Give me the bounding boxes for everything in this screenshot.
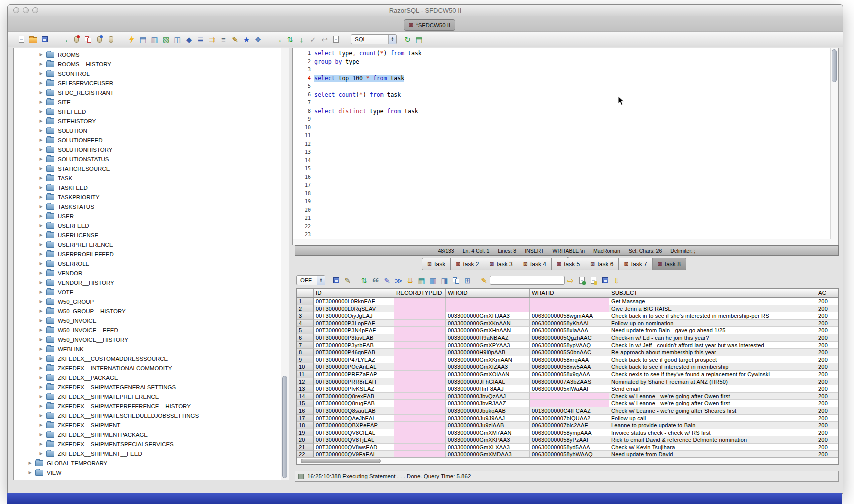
expand-arrow-icon[interactable]: ▶ bbox=[38, 110, 44, 114]
table-cell[interactable] bbox=[394, 306, 446, 313]
table-cell[interactable]: 200 bbox=[816, 378, 838, 386]
table-cell[interactable]: 200 bbox=[816, 444, 838, 452]
results-tab-task-3[interactable]: ⊠task 3 bbox=[484, 258, 518, 270]
table-editor-icon[interactable]: ❖ bbox=[252, 34, 264, 46]
table-cell[interactable]: 006300000058xrqAAA bbox=[530, 356, 610, 364]
table-cell[interactable]: 0033000000GmXKnAAN bbox=[446, 320, 530, 328]
expand-arrow-icon[interactable]: ▶ bbox=[38, 176, 44, 180]
row-number-cell[interactable]: 13 bbox=[297, 386, 314, 393]
table-cell[interactable]: 0033000000Ju9J9AAJ bbox=[446, 415, 530, 422]
go-icon[interactable]: → bbox=[273, 34, 284, 46]
column-header-WHATID[interactable]: WHATID bbox=[530, 289, 610, 298]
download-icon[interactable]: ⇩ bbox=[611, 274, 622, 286]
backup-icon[interactable]: ◆ bbox=[184, 34, 195, 46]
close-tab-icon[interactable]: ⊠ bbox=[490, 262, 494, 267]
column-header-AC[interactable]: AC bbox=[816, 289, 838, 298]
results-tab-task-4[interactable]: ⊠task 4 bbox=[518, 258, 552, 270]
expand-arrow-icon[interactable]: ▶ bbox=[38, 394, 44, 399]
table-cell[interactable]: 006300000058xw5AAA bbox=[530, 364, 610, 371]
tree-item-zkfedex-shipment[interactable]: ▶ZKFEDEX__SHIPMENT bbox=[14, 420, 281, 430]
compare-icon[interactable]: ⇅ bbox=[284, 34, 296, 46]
table-cell[interactable] bbox=[394, 371, 446, 378]
table-cell[interactable] bbox=[394, 444, 446, 452]
table-cell[interactable]: 006300000058ypVAAQ bbox=[530, 342, 610, 350]
row-number-cell[interactable]: 17 bbox=[297, 415, 314, 422]
close-tab-icon[interactable]: ⊠ bbox=[557, 262, 562, 267]
describe-table-icon[interactable]: ▤ bbox=[138, 34, 149, 46]
table-cell[interactable]: 0013000000C4fFCAAZ bbox=[530, 408, 610, 415]
expand-arrow-icon[interactable]: ▶ bbox=[38, 338, 44, 342]
table-cell[interactable]: 0033000000GmXM7AAN bbox=[446, 430, 530, 437]
expand-arrow-icon[interactable]: ▶ bbox=[38, 62, 44, 66]
table-cell[interactable]: Check nexis to see if they've found a re… bbox=[610, 371, 816, 378]
row-number-cell[interactable]: 14 bbox=[297, 393, 314, 400]
table-cell[interactable] bbox=[530, 400, 610, 408]
row-number-cell[interactable]: 18 bbox=[297, 422, 314, 430]
table-cell[interactable]: Need update from Bain - gave go ahead 1/… bbox=[610, 327, 816, 334]
table-cell[interactable]: 200 bbox=[816, 312, 838, 320]
table-cell[interactable]: 00630000005xfWaAAI bbox=[530, 386, 610, 393]
table-cell[interactable]: 0033000000Ju9zlAAB bbox=[446, 422, 530, 430]
table-cell[interactable]: 200 bbox=[816, 342, 838, 350]
table-cell[interactable] bbox=[394, 356, 446, 364]
expand-arrow-icon[interactable]: ▶ bbox=[38, 376, 44, 380]
table-cell[interactable]: 00T3000000QV8wsEAD bbox=[314, 444, 394, 452]
row-number-cell[interactable]: 5 bbox=[297, 327, 314, 334]
reload-table-icon[interactable]: ▦ bbox=[416, 274, 428, 286]
expand-arrow-icon[interactable]: ▶ bbox=[38, 119, 44, 124]
tree-item-vote[interactable]: ▶VOTE bbox=[14, 288, 281, 297]
table-cell[interactable]: Leanne to provide update to Bain bbox=[610, 422, 816, 430]
table-cell[interactable]: 200 bbox=[816, 415, 838, 422]
close-connection-icon[interactable] bbox=[82, 34, 94, 46]
close-tab-icon[interactable]: ⊠ bbox=[456, 262, 460, 267]
table-cell[interactable]: Check-in w/ Ed - can he join this year? bbox=[610, 334, 816, 342]
expand-arrow-icon[interactable]: ▶ bbox=[38, 385, 44, 390]
expand-arrow-icon[interactable]: ▶ bbox=[38, 280, 44, 285]
expand-arrow-icon[interactable]: ▶ bbox=[38, 366, 44, 370]
table-cell[interactable]: Get Massage bbox=[610, 298, 816, 306]
sort-icon[interactable]: ⇉ bbox=[206, 34, 218, 46]
table-cell[interactable]: Rick to email David & reference Delmonte… bbox=[610, 436, 816, 444]
table-cell[interactable]: 0033000000GmXPYAA3 bbox=[446, 342, 530, 350]
export-data-icon[interactable]: ◫ bbox=[172, 34, 184, 46]
table-cell[interactable]: 006300000058yPzAAI bbox=[530, 436, 610, 444]
table-cell[interactable]: 0033000000GmXHJAA3 bbox=[446, 312, 530, 320]
tree-item-taskstatus[interactable]: ▶TASKSTATUS bbox=[14, 202, 281, 212]
tree-item-weblink[interactable]: ▶WEBLINK bbox=[14, 344, 281, 354]
table-cell[interactable] bbox=[446, 298, 530, 306]
row-number-cell[interactable]: 4 bbox=[297, 320, 314, 328]
close-tab-icon[interactable]: ⊠ bbox=[428, 262, 432, 267]
table-cell[interactable]: 00T3000000P47LYEAZ bbox=[314, 356, 394, 364]
tree-item-zkfedex-shipmentpackage[interactable]: ▶ZKFEDEX__SHIPMENTPACKAGE bbox=[14, 430, 281, 440]
table-cell[interactable] bbox=[530, 298, 610, 306]
columns-icon[interactable]: ▥ bbox=[428, 274, 439, 286]
open-file-icon[interactable] bbox=[28, 34, 39, 46]
table-cell[interactable]: 0033000000H9aNBAAZ bbox=[446, 334, 530, 342]
table-cell[interactable]: 0033000000JbukoAAB bbox=[446, 408, 530, 415]
tree-item-w50-group-history[interactable]: ▶W50_GROUP__HISTORY bbox=[14, 306, 281, 316]
table-cell[interactable]: Send email bbox=[610, 386, 816, 393]
auto-commit-icon[interactable]: ↻ bbox=[402, 34, 414, 46]
table-cell[interactable] bbox=[394, 298, 446, 306]
expand-arrow-icon[interactable]: ▶ bbox=[38, 128, 44, 133]
tree-item-zkfedex-shipmentspecialservices[interactable]: ▶ZKFEDEX__SHIPMENTSPECIALSERVICES bbox=[14, 440, 281, 449]
sort-results-icon[interactable]: ⇊ bbox=[404, 274, 416, 286]
table-cell[interactable]: 00T3000000QBXPeEAP bbox=[314, 422, 394, 430]
tree-scrollbar-thumb[interactable] bbox=[282, 376, 288, 478]
column-header-ID[interactable]: ID bbox=[314, 289, 394, 298]
expand-arrow-icon[interactable]: ▶ bbox=[38, 290, 44, 294]
tree-item-w50-invoice-feed[interactable]: ▶W50_INVOICE__FEED bbox=[14, 326, 281, 335]
validate-icon[interactable]: ✓ bbox=[308, 34, 319, 46]
table-cell[interactable]: Follow up call bbox=[610, 415, 816, 422]
tree-item-zkfedex-customaddresssource[interactable]: ▶ZKFEDEX__CUSTOMADDRESSSOURCE bbox=[14, 354, 281, 364]
row-number-cell[interactable]: 3 bbox=[297, 312, 314, 320]
table-cell[interactable]: 0033000000GmXKPAA3 bbox=[446, 436, 530, 444]
format-sql-icon[interactable]: ≡ bbox=[218, 34, 230, 46]
expand-arrow-icon[interactable]: ▶ bbox=[38, 100, 44, 104]
tree-item-solutionhistory[interactable]: ▶SOLUTIONHISTORY bbox=[14, 145, 281, 154]
highlight-icon[interactable]: ✎ bbox=[478, 274, 490, 286]
document-tab[interactable]: ⊠ *SFDCW50 II bbox=[404, 20, 456, 31]
table-cell[interactable]: 0033000000GmXHnAAN bbox=[446, 327, 530, 334]
table-cell[interactable]: 200 bbox=[816, 422, 838, 430]
expand-arrow-icon[interactable]: ▶ bbox=[38, 90, 44, 95]
